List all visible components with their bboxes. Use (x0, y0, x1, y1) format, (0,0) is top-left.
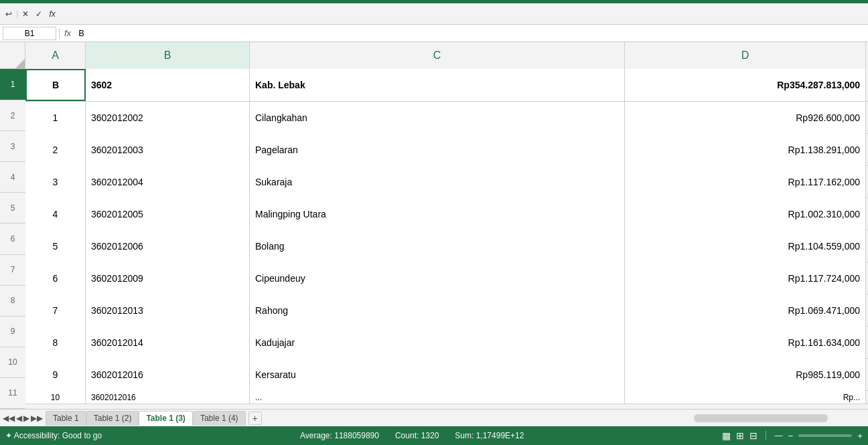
col-header-a[interactable]: A (25, 42, 86, 69)
status-right: ▦ ⊞ ⊟ — − + (722, 430, 863, 441)
cancel-formula-button[interactable]: ✕ (19, 8, 31, 20)
cell-d6[interactable]: Rp1.104.559,000 (625, 230, 866, 262)
table-row: 1 3602012002 Cilangkahan Rp926.600,000 (25, 102, 868, 134)
formula-fx-icon: fx (62, 28, 73, 38)
row-header-3[interactable]: 3 (0, 131, 25, 162)
row-header-6[interactable]: 6 (0, 224, 25, 254)
status-center: Average: 1188059890 Count: 1320 Sum: 1,1… (300, 431, 524, 440)
cell-b4[interactable]: 3602012004 (86, 166, 250, 198)
cell-d7[interactable]: Rp1.117.724,000 (625, 262, 866, 294)
col-header-c[interactable]: C (250, 42, 625, 69)
sheet-tab-1[interactable]: Table 1 (46, 411, 86, 426)
cell-c7[interactable]: Cipeundeuy (250, 262, 625, 294)
tab-scroll-last[interactable]: ▶▶ (31, 414, 43, 423)
row-header-2[interactable]: 2 (0, 100, 25, 131)
cell-d10[interactable]: Rp985.119,000 (625, 359, 866, 391)
cell-b7[interactable]: 3602012009 (86, 262, 250, 294)
row-header-9[interactable]: 9 (0, 317, 25, 347)
sheet-tab-4[interactable]: Table 1 (4) (193, 411, 246, 426)
table-row: 6 3602012009 Cipeundeuy Rp1.117.724,000 (25, 262, 868, 294)
cell-a3[interactable]: 2 (25, 134, 86, 166)
name-box[interactable] (3, 27, 56, 40)
cell-c10[interactable]: Kersaratu (250, 359, 625, 391)
cell-c2[interactable]: Cilangkahan (250, 102, 625, 134)
col-header-d[interactable]: D (625, 42, 866, 69)
cell-c3[interactable]: Pagelaran (250, 134, 625, 166)
view-page-break-button[interactable]: ⊟ (749, 430, 757, 441)
row-header-10[interactable]: 10 (0, 347, 25, 378)
cell-b5[interactable]: 3602012005 (86, 198, 250, 230)
zoom-slider[interactable] (798, 434, 852, 437)
cell-b3[interactable]: 3602012003 (86, 134, 250, 166)
tab-scroll-first[interactable]: ◀◀ (3, 414, 15, 423)
confirm-formula-button[interactable]: ✓ (33, 8, 45, 20)
cell-b11[interactable]: 3602012016 (86, 391, 250, 404)
row-header-4[interactable]: 4 (0, 162, 25, 193)
view-page-layout-button[interactable]: ⊞ (736, 430, 744, 441)
undo-button[interactable]: ↩ (3, 8, 15, 20)
view-normal-button[interactable]: ▦ (722, 430, 731, 441)
status-count: Count: 1320 (395, 431, 439, 440)
cell-d5[interactable]: Rp1.002.310,000 (625, 198, 866, 230)
cell-a11[interactable]: 10 (25, 391, 86, 404)
column-header-row: A B C D (0, 42, 868, 69)
cell-b10[interactable]: 3602012016 (86, 359, 250, 391)
cell-d9[interactable]: Rp1.161.634,000 (625, 327, 866, 359)
formula-bar: fx (0, 25, 868, 42)
col-header-b[interactable]: B (86, 42, 250, 69)
table-row: 7 3602012013 Rahong Rp1.069.471,000 (25, 294, 868, 327)
cell-c5[interactable]: Malingping Utara (250, 198, 625, 230)
cell-c8[interactable]: Rahong (250, 294, 625, 327)
cell-b2[interactable]: 3602012002 (86, 102, 250, 134)
cell-d1[interactable]: Rp354.287.813,000 (625, 69, 866, 101)
formula-divider (59, 28, 60, 39)
tab-scroll-prev[interactable]: ◀ (16, 414, 22, 423)
cell-a7[interactable]: 6 (25, 262, 86, 294)
formula-input[interactable] (76, 28, 865, 38)
cell-b9[interactable]: 3602012014 (86, 327, 250, 359)
toolbar: ↩ | ✕ ✓ fx (0, 3, 868, 25)
cell-c1[interactable]: Kab. Lebak (250, 69, 625, 101)
table-row: 2 3602012003 Pagelaran Rp1.138.291,000 (25, 134, 868, 166)
cell-d3[interactable]: Rp1.138.291,000 (625, 134, 866, 166)
cell-c6[interactable]: Bolang (250, 230, 625, 262)
row-header-8[interactable]: 8 (0, 286, 25, 317)
sheet-tab-3[interactable]: Table 1 (3) (139, 411, 192, 426)
cell-b8[interactable]: 3602012013 (86, 294, 250, 327)
status-left: ✦ Accessibility: Good to go (5, 431, 102, 440)
sheet-tab-2[interactable]: Table 1 (2) (86, 411, 139, 426)
cell-a8[interactable]: 7 (25, 294, 86, 327)
cell-c11[interactable]: ... (250, 391, 625, 404)
add-sheet-button[interactable]: + (248, 412, 262, 425)
zoom-in-button[interactable]: + (857, 431, 863, 441)
accessibility-status: ✦ Accessibility: Good to go (5, 431, 102, 440)
cell-b6[interactable]: 3602012006 (86, 230, 250, 262)
tab-scroll-next[interactable]: ▶ (23, 414, 29, 423)
insert-function-button[interactable]: fx (46, 8, 58, 20)
cell-a9[interactable]: 8 (25, 327, 86, 359)
row-header-7[interactable]: 7 (0, 255, 25, 286)
cell-a5[interactable]: 4 (25, 198, 86, 230)
cell-a1[interactable]: B (25, 69, 86, 101)
cell-d8[interactable]: Rp1.069.471,000 (625, 294, 866, 327)
row-header-5[interactable]: 5 (0, 193, 25, 224)
cell-a4[interactable]: 3 (25, 166, 86, 198)
status-bar: ✦ Accessibility: Good to go Average: 118… (0, 426, 868, 445)
zoom-level: — (774, 431, 782, 440)
table-row: 8 3602012014 Kadujajar Rp1.161.634,000 (25, 327, 868, 359)
cell-d11[interactable]: Rp... (625, 391, 866, 404)
cell-c4[interactable]: Sukaraja (250, 166, 625, 198)
row-header-11[interactable]: 11 (0, 378, 25, 409)
cell-a10[interactable]: 9 (25, 359, 86, 391)
cell-c9[interactable]: Kadujajar (250, 327, 625, 359)
cell-b1[interactable]: 3602 (86, 69, 250, 101)
zoom-out-button[interactable]: − (788, 431, 793, 441)
cell-d2[interactable]: Rp926.600,000 (625, 102, 866, 134)
table-row: 10 3602012016 ... Rp... (25, 391, 868, 404)
cell-a6[interactable]: 5 (25, 230, 86, 262)
data-grid: B 3602 Kab. Lebak Rp354.287.813,000 1 36… (25, 69, 868, 409)
grid-area: 1 2 3 4 5 6 7 8 9 10 11 B 3602 Kab. Leba… (0, 69, 868, 409)
row-header-1[interactable]: 1 (0, 69, 25, 100)
cell-d4[interactable]: Rp1.117.162,000 (625, 166, 866, 198)
cell-a2[interactable]: 1 (25, 102, 86, 134)
